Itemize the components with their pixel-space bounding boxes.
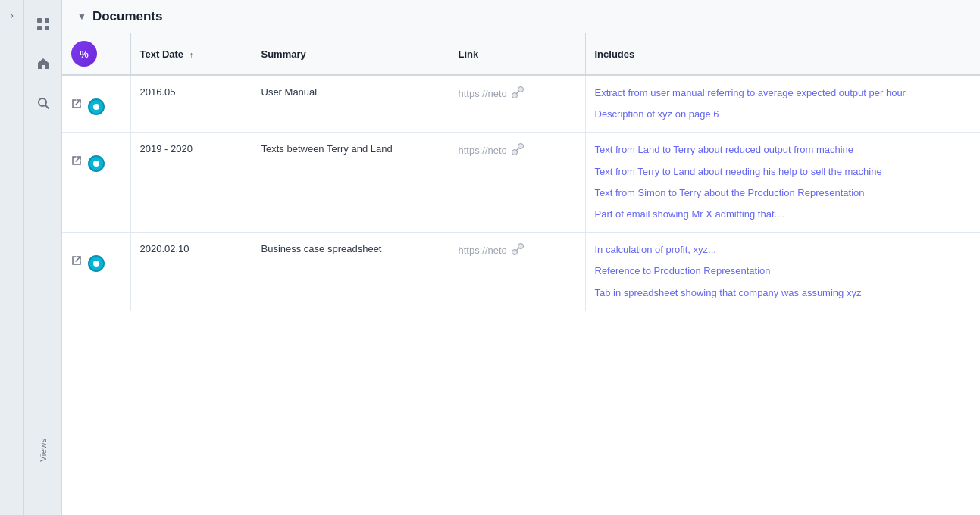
table-header-row: % Text Date ↑ Summary Link Includes — [62, 33, 980, 75]
includes-item: Reference to Production Representation — [595, 264, 972, 278]
th-text-date[interactable]: Text Date ↑ — [130, 33, 252, 75]
cell-text-date: 2016.05 — [130, 75, 252, 133]
documents-table: % Text Date ↑ Summary Link Includes — [62, 33, 980, 311]
row-icon-cell — [71, 143, 121, 172]
includes-item: Text from Terry to Land about needing hi… — [595, 165, 972, 179]
svg-line-12 — [76, 257, 80, 261]
collapse-icon[interactable]: ▼ — [77, 11, 86, 22]
link-copy-icon[interactable] — [512, 143, 524, 158]
includes-item: Text from Land to Terry about reduced ou… — [595, 143, 972, 157]
includes-item: In calculation of profit, xyz... — [595, 243, 972, 257]
row-icon-cell — [71, 243, 121, 272]
panel-header: ▼ Documents — [62, 0, 980, 33]
cell-link[interactable]: https://neto — [449, 133, 585, 233]
cell-includes: Text from Land to Terry about reduced ou… — [585, 133, 980, 233]
home-icon[interactable] — [31, 52, 55, 76]
cell-link[interactable]: https://neto — [449, 233, 585, 311]
th-summary: Summary — [252, 33, 449, 75]
sidebar-toggle: › — [0, 0, 24, 515]
th-link: Link — [449, 33, 585, 75]
th-icon: % — [62, 33, 130, 75]
grid-icon[interactable] — [31, 12, 55, 36]
includes-item: Extract from user manual referring to av… — [595, 86, 972, 100]
cell-summary: User Manual — [252, 75, 449, 133]
th-includes: Includes — [585, 33, 980, 75]
includes-item: Text from Simon to Terry about the Produ… — [595, 186, 972, 200]
svg-rect-1 — [45, 18, 49, 23]
search-icon[interactable] — [31, 91, 55, 115]
expand-icon[interactable]: › — [10, 9, 14, 21]
includes-item: Tab in spreadsheet showing that company … — [595, 286, 972, 300]
row-icon-cell — [71, 86, 121, 115]
status-circle-icon — [88, 155, 105, 172]
main-content: ▼ Documents % Text Date ↑ Summary — [62, 0, 980, 515]
includes-item: Description of xyz on page 6 — [595, 108, 972, 121]
table-row: 2016.05User Manualhttps://neto Extract f… — [62, 75, 980, 133]
sort-asc-icon: ↑ — [189, 50, 194, 59]
cell-summary: Texts between Terry and Land — [252, 133, 449, 233]
cell-includes: In calculation of profit, xyz...Referenc… — [585, 233, 980, 311]
views-label: Views — [39, 438, 48, 462]
svg-rect-2 — [37, 26, 42, 30]
link-copy-icon[interactable] — [512, 243, 524, 258]
table-row: 2019 - 2020Texts between Terry and Landh… — [62, 133, 980, 233]
link-copy-icon[interactable] — [512, 86, 524, 101]
external-link-icon[interactable] — [71, 255, 82, 268]
svg-line-5 — [45, 105, 49, 108]
svg-line-6 — [76, 100, 80, 105]
external-link-icon[interactable] — [71, 155, 82, 168]
table-row: 2020.02.10Business case spreadsheethttps… — [62, 233, 980, 311]
cell-summary: Business case spreadsheet — [252, 233, 449, 311]
svg-rect-3 — [45, 26, 49, 30]
cell-text-date: 2020.02.10 — [130, 233, 252, 311]
cell-link[interactable]: https://neto — [449, 75, 585, 133]
cell-text-date: 2019 - 2020 — [130, 133, 252, 233]
includes-item: Part of email showing Mr X admitting tha… — [595, 208, 972, 221]
sidebar-icons: Views — [24, 0, 62, 515]
svg-rect-0 — [37, 18, 42, 23]
status-circle-icon — [88, 255, 105, 272]
svg-line-9 — [76, 157, 80, 161]
panel-title: Documents — [92, 9, 163, 24]
cell-includes: Extract from user manual referring to av… — [585, 75, 980, 133]
status-circle-icon — [88, 98, 105, 115]
external-link-icon[interactable] — [71, 98, 82, 111]
documents-table-container: % Text Date ↑ Summary Link Includes — [62, 33, 980, 515]
percent-badge: % — [71, 41, 97, 67]
